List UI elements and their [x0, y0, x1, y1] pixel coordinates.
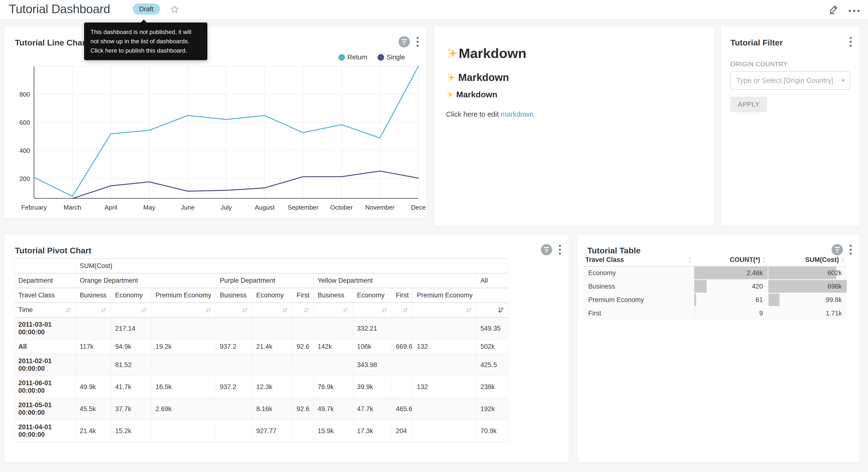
- pivot-sort-header[interactable]: [353, 303, 392, 318]
- sparkles-icon: [446, 91, 454, 98]
- pivot-cell: 21.4k: [252, 340, 293, 354]
- x-tick-label: April: [104, 204, 117, 211]
- pivot-class-header[interactable]: First: [293, 288, 314, 303]
- filter-indicator-icon[interactable]: [541, 244, 552, 255]
- pivot-cell: 92.6: [293, 398, 314, 420]
- pivot-group-header[interactable]: Orange Department: [76, 273, 216, 288]
- pivot-row: 2011-04-01 00:00:0021.4k15.2k927.7715.9k…: [14, 420, 508, 442]
- pivot-cell: 19.2k: [152, 340, 216, 354]
- sort-icon[interactable]: [205, 307, 212, 314]
- pivot-cell: [392, 354, 413, 376]
- markdown-paragraph: Click here to edit markdown: [446, 110, 533, 118]
- pivot-cell: 2.69k: [152, 398, 216, 420]
- pivot-row: 2011-02-01 00:00:0081.52343.98425.5: [14, 354, 508, 376]
- sort-icon[interactable]: [100, 307, 107, 314]
- kebab-menu-icon[interactable]: [848, 244, 853, 256]
- pivot-row: All117k94.9k19.2k937.221.4k92.6142k106k6…: [14, 340, 508, 354]
- pivot-class-header[interactable]: Economy: [252, 288, 293, 303]
- pivot-cell: 8.16k: [252, 398, 293, 420]
- table-cell-count: 420: [694, 280, 768, 293]
- pivot-group-header[interactable]: Purple Department: [216, 273, 314, 288]
- pivot-sort-header[interactable]: [152, 303, 216, 318]
- pivot-cell: 21.4k: [76, 420, 111, 442]
- sort-icon[interactable]: [241, 307, 248, 314]
- ellipsis-icon[interactable]: [849, 6, 860, 12]
- pivot-group-header[interactable]: All: [476, 273, 508, 288]
- sort-icon[interactable]: [282, 307, 288, 314]
- pivot-class-header[interactable]: Premium Economy: [413, 288, 476, 303]
- sort-caret-icon[interactable]: [841, 257, 845, 263]
- table-row: First91.71k: [583, 307, 847, 320]
- pivot-table: SUM(Cost)DepartmentOrange DepartmentPurp…: [14, 258, 508, 442]
- tooltip-arrow: [141, 20, 147, 23]
- origin-country-select[interactable]: Type or Select [Origin Country]: [730, 71, 850, 90]
- pivot-class-header[interactable]: Business: [314, 288, 353, 303]
- sort-icon[interactable]: [303, 307, 310, 314]
- sort-caret-icon[interactable]: [688, 257, 692, 263]
- pivot-cell: 332.21: [353, 318, 392, 340]
- pivot-cell: 204: [392, 420, 413, 442]
- sort-caret-icon[interactable]: [762, 257, 766, 263]
- markdown-h3: Markdown: [446, 90, 497, 99]
- pivot-sort-header[interactable]: [216, 303, 252, 318]
- pivot-row-label: 2011-02-01 00:00:00: [14, 354, 76, 376]
- x-tick-label: Dece: [411, 204, 426, 211]
- pivot-time-header[interactable]: Time: [14, 303, 76, 318]
- pivot-sort-header[interactable]: [76, 303, 111, 318]
- publish-tooltip[interactable]: This dashboard is not published, it will…: [84, 23, 207, 60]
- sort-icon[interactable]: [65, 307, 72, 314]
- table-cell-sum: 602k: [768, 266, 847, 280]
- pivot-class-header[interactable]: Economy: [353, 288, 392, 303]
- pivot-sort-header[interactable]: [392, 303, 413, 318]
- pivot-sort-header[interactable]: [252, 303, 293, 318]
- kebab-menu-icon[interactable]: [557, 244, 562, 256]
- table-row: Premium Economy6199.8k: [583, 293, 847, 307]
- sort-icon[interactable]: [381, 307, 388, 314]
- markdown-h1: Markdown: [446, 45, 526, 61]
- table-cell-count: 9: [694, 307, 768, 320]
- pivot-sort-header[interactable]: [314, 303, 353, 318]
- pivot-class-header[interactable]: Premium Economy: [152, 288, 216, 303]
- pivot-cell: [76, 354, 111, 376]
- series-single[interactable]: [72, 171, 418, 198]
- pivot-sort-header-all[interactable]: [476, 303, 508, 318]
- apply-button[interactable]: APPLY: [730, 97, 767, 112]
- pivot-class-header[interactable]: Economy: [111, 288, 152, 303]
- pivot-cell: [216, 318, 252, 340]
- sort-icon[interactable]: [402, 307, 409, 314]
- pivot-cell: 15.9k: [314, 420, 353, 442]
- table-header-travel-class[interactable]: Travel Class: [583, 256, 694, 266]
- pivot-sort-header[interactable]: [293, 303, 314, 318]
- pivot-sort-header[interactable]: [413, 303, 476, 318]
- pivot-cell: 92.6: [293, 340, 314, 354]
- pivot-sort-header[interactable]: [111, 303, 152, 318]
- pivot-cell: [152, 354, 216, 376]
- sort-icon[interactable]: [466, 307, 472, 314]
- filter-indicator-icon[interactable]: [832, 244, 843, 255]
- pivot-class-header[interactable]: [476, 288, 508, 303]
- pivot-cell: [413, 318, 476, 340]
- pivot-group-header[interactable]: Yellow Department: [314, 273, 476, 288]
- table-row: Economy2.46k602k: [583, 266, 847, 280]
- pivot-class-header[interactable]: First: [392, 288, 413, 303]
- pivot-cell: 37.7k: [111, 398, 152, 420]
- pivot-class-header[interactable]: Business: [76, 288, 111, 303]
- draft-badge[interactable]: Draft: [133, 3, 160, 15]
- pivot-cell: [413, 354, 476, 376]
- table-header-sum[interactable]: SUM(Cost): [768, 256, 847, 266]
- table-header-count[interactable]: COUNT(*): [694, 256, 768, 266]
- panel-icons: [832, 244, 853, 256]
- markdown-link[interactable]: markdown: [501, 110, 533, 118]
- sort-icon[interactable]: [141, 307, 148, 314]
- star-icon[interactable]: [170, 4, 180, 14]
- sort-icon[interactable]: [342, 307, 349, 314]
- pencil-icon[interactable]: [828, 3, 839, 15]
- sort-desc-icon[interactable]: [498, 307, 504, 314]
- pivot-cell: 142k: [314, 340, 353, 354]
- pivot-cell: 16.5k: [152, 376, 216, 398]
- line-chart[interactable]: 200400600800FebruaryMarchAprilMayJuneJul…: [4, 26, 427, 218]
- pivot-row-label: 2011-03-01 00:00:00: [14, 318, 76, 340]
- pivot-class-header[interactable]: Business: [216, 288, 252, 303]
- pivot-cell: [314, 318, 353, 340]
- kebab-menu-icon[interactable]: [848, 36, 853, 48]
